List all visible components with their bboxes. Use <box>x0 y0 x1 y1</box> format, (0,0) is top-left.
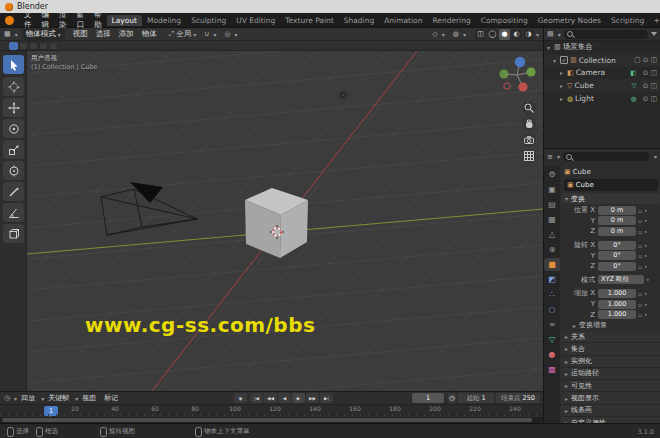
timeline-ruler[interactable]: 20 40 60 80 100 120 140 160 180 200 220 … <box>0 404 543 417</box>
next-keyframe-button[interactable]: ▶▶ <box>306 393 319 403</box>
workspace-tab-rendering[interactable]: Rendering <box>427 15 475 26</box>
select-mode-set-button[interactable] <box>9 42 18 50</box>
expander-icon[interactable]: ▸ <box>560 82 567 89</box>
tab-render[interactable]: ▣ <box>544 183 560 196</box>
lock-icon[interactable]: ▫ <box>638 252 642 259</box>
lock-icon[interactable]: ▫ <box>638 217 642 224</box>
scale-y-input[interactable]: 1.000 <box>598 300 636 309</box>
tab-particles[interactable]: ∴ <box>544 288 560 301</box>
mode-selector[interactable]: 物体模式 ▾ <box>22 29 65 40</box>
use-preview-range-icon[interactable]: ◷ <box>448 393 456 403</box>
section-motion-paths[interactable]: ▸ 运动路径 <box>561 368 660 380</box>
snap-toggle[interactable]: ∪ ▾ <box>204 30 216 38</box>
editor-type-timeline-icon[interactable]: ◷ <box>4 394 10 402</box>
shading-rendered-icon[interactable]: ◑ <box>523 29 534 40</box>
tab-tool[interactable]: ⚙ <box>544 168 560 181</box>
scale-x-input[interactable]: 1.000 <box>598 289 636 298</box>
prev-keyframe-button[interactable]: ◀◀ <box>264 393 277 403</box>
properties-search-input[interactable] <box>563 152 649 161</box>
light-object[interactable] <box>338 90 348 100</box>
section-visibility[interactable]: ▸ 可见性 <box>561 380 660 392</box>
select-mode-intersect-button[interactable] <box>49 42 58 50</box>
lock-icon[interactable]: ▫ <box>638 228 642 235</box>
gizmo-y-neg-axis[interactable] <box>499 69 508 78</box>
tab-material[interactable]: ● <box>544 348 560 361</box>
animate-dot-icon[interactable]: • <box>644 290 648 297</box>
scrollbar-handle[interactable] <box>2 418 532 422</box>
playhead-marker[interactable]: 1 <box>44 406 58 416</box>
menu-select[interactable]: 选择 <box>92 29 115 39</box>
menu-playback[interactable]: 回放 <box>17 393 39 403</box>
outliner-search-input[interactable] <box>564 30 648 39</box>
shading-wireframe-icon[interactable]: ◯ <box>487 29 498 40</box>
lock-icon[interactable]: ▫ <box>638 301 642 308</box>
tab-texture[interactable]: ▩ <box>544 363 560 376</box>
annotate-tool-button[interactable] <box>3 182 24 201</box>
outliner-row-collection[interactable]: ▾ ✓ ▥ Collection ▢ ⊙ ◫ <box>544 54 660 67</box>
tab-object-data[interactable]: ▽ <box>544 333 560 346</box>
tab-modifiers[interactable]: ◩ <box>544 273 560 286</box>
xray-toggle-icon[interactable]: ◫ <box>475 29 486 40</box>
animate-dot-icon[interactable]: • <box>646 276 650 283</box>
menu-view-timeline[interactable]: 视图 <box>78 393 100 403</box>
object-name-field[interactable]: ▣ Cube <box>564 179 658 191</box>
menu-window[interactable]: 窗口 <box>72 10 90 30</box>
select-mode-subtract-button[interactable] <box>29 42 38 50</box>
scale-z-input[interactable]: 1.000 <box>598 310 636 319</box>
select-mode-extend-button[interactable] <box>19 42 28 50</box>
animate-dot-icon[interactable]: • <box>644 207 648 214</box>
disable-render-icon[interactable]: ◫ <box>650 69 657 77</box>
viewport-3d[interactable]: 用户透视 (1) Collection | Cube www.cg-ss.com… <box>27 51 543 391</box>
menu-file[interactable]: 文件 <box>19 10 37 30</box>
menu-render[interactable]: 渲染 <box>54 10 72 30</box>
tab-output[interactable]: ▤ <box>544 198 560 211</box>
lock-icon[interactable]: ▫ <box>638 207 642 214</box>
menu-help[interactable]: 帮助 <box>89 10 107 30</box>
hide-eye-icon[interactable]: ⊙ <box>643 95 649 103</box>
scale-tool-button[interactable] <box>3 140 24 159</box>
proportional-edit-toggle[interactable]: ◎ ▾ <box>224 30 237 38</box>
pan-view-button[interactable] <box>522 117 536 131</box>
frame-start-field[interactable]: 起始 1 <box>458 393 494 403</box>
gizmo-z-axis[interactable] <box>515 57 525 67</box>
tab-physics[interactable]: ○ <box>544 303 560 316</box>
workspace-tab-geometry-nodes[interactable]: Geometry Nodes <box>533 15 606 26</box>
zoom-view-button[interactable] <box>522 101 536 115</box>
transform-section-header[interactable]: ▾ 变换 <box>562 193 660 204</box>
animate-dot-icon[interactable]: • <box>644 252 648 259</box>
section-relations[interactable]: ▸ 关系 <box>561 331 660 343</box>
location-y-input[interactable]: 0 m <box>598 216 636 225</box>
lock-icon[interactable]: ▫ <box>638 290 642 297</box>
filter-icon[interactable] <box>651 32 657 36</box>
toggle-orthographic-button[interactable] <box>522 149 536 163</box>
editor-type-outliner-icon[interactable]: ▤ <box>547 30 554 38</box>
cursor-tool-button[interactable] <box>3 77 24 96</box>
editor-type-viewport-icon[interactable]: ▦ <box>4 30 11 38</box>
outliner-row-cube[interactable]: ▸ ▽ Cube ▽ ⊙ ◫ <box>544 79 660 92</box>
gizmo-x-axis[interactable] <box>518 82 527 91</box>
menu-view[interactable]: 视图 <box>69 29 92 39</box>
camera-object[interactable] <box>101 182 197 235</box>
blender-menu-icon[interactable] <box>5 16 14 25</box>
lock-icon[interactable]: ▫ <box>638 311 642 318</box>
workspace-tab-uv-editing[interactable]: UV Editing <box>231 15 280 26</box>
workspace-tab-layout[interactable]: Layout <box>107 15 143 26</box>
frame-end-field[interactable]: 结束点 250 <box>496 393 540 403</box>
jump-to-start-button[interactable]: |◀ <box>250 393 263 403</box>
menu-add[interactable]: 添加 <box>115 29 138 39</box>
expander-icon[interactable]: ▸ <box>560 95 567 102</box>
cube-object[interactable] <box>245 188 308 258</box>
select-box-tool-button[interactable] <box>3 55 24 74</box>
menu-edit[interactable]: 编辑 <box>37 10 55 30</box>
hide-eye-icon[interactable]: ⊙ <box>643 56 649 64</box>
shading-material-icon[interactable]: ◐ <box>511 29 522 40</box>
lock-icon[interactable]: ▫ <box>638 263 642 270</box>
auto-keying-button[interactable]: ◉ <box>234 393 247 403</box>
gizmo-x-neg-axis[interactable] <box>504 83 510 89</box>
shading-solid-icon[interactable]: ● <box>499 29 510 40</box>
workspace-tab-animation[interactable]: Animation <box>379 15 427 26</box>
animate-dot-icon[interactable]: • <box>644 228 648 235</box>
location-x-input[interactable]: 0 m <box>598 206 636 215</box>
lock-icon[interactable]: ▫ <box>638 242 642 249</box>
add-workspace-button[interactable]: + <box>649 16 660 25</box>
